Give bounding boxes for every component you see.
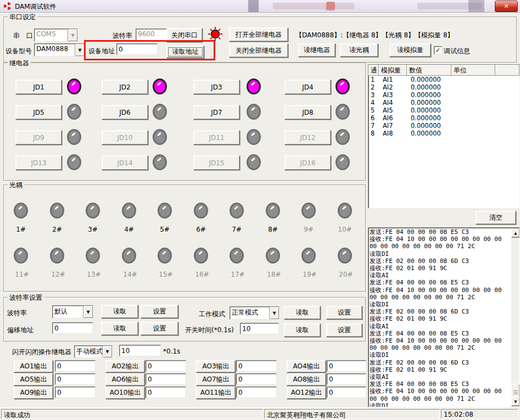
opto-led-5 [158, 203, 172, 219]
ao7-output-button[interactable]: AO7输出 [196, 373, 236, 386]
ao11-output-button[interactable]: AO11输出 [196, 387, 236, 399]
flash-mode-select[interactable]: 手动模式 ▼ [74, 345, 113, 358]
work-mode-select[interactable]: 正常模式 ▼ [230, 306, 279, 320]
switch-time-read-button[interactable]: 读取 [284, 323, 321, 337]
scroll-up-button[interactable]: ▲ [511, 228, 520, 238]
baud-set-button[interactable]: 设置 [141, 305, 178, 318]
relay-group-label: 继电器 [8, 59, 31, 68]
ao6-output-button[interactable]: AO6输出 [105, 373, 145, 386]
relay-led-jd14 [153, 154, 167, 170]
arrow-up-icon: ▲ [514, 231, 517, 236]
relay-button-jd5[interactable]: JD5 [15, 105, 62, 120]
ao3-output-input[interactable] [236, 360, 277, 372]
relay-button-jd1[interactable]: JD1 [15, 80, 62, 94]
opto-led-11 [14, 248, 28, 264]
ao12-output-button[interactable]: AO12输出 [287, 387, 326, 399]
app-logo-icon [3, 2, 12, 10]
ao1-output-button[interactable]: AO1输出 [14, 360, 53, 373]
column-header-analog[interactable]: 模拟量 [379, 65, 407, 76]
offset-set-button[interactable]: 设置 [141, 322, 178, 335]
table-row[interactable]: 7 AI7 0.000000 [368, 122, 519, 130]
open-all-relays-button[interactable]: 打开全部继电器 [229, 27, 288, 42]
chevron-down-icon: ▼ [83, 306, 93, 318]
column-header-blank[interactable] [495, 65, 519, 76]
relay-button-jd10: JD10 [102, 130, 148, 145]
table-row[interactable]: 6 AI6 0.000000 [368, 114, 519, 122]
ao12-output-input[interactable] [327, 387, 366, 398]
read-opto-button[interactable]: 读光耦 [340, 43, 378, 57]
baud-setting-label: 波特率 [7, 309, 27, 318]
model-select[interactable]: DAM0888 ▼ [34, 43, 85, 57]
column-header-unit[interactable]: 单位 [451, 65, 495, 76]
ao2-output-input[interactable] [146, 360, 186, 372]
offset-address-input[interactable] [52, 322, 93, 334]
opto-label-15: 15# [156, 271, 175, 278]
scroll-down-button[interactable]: ▼ [511, 397, 520, 406]
work-mode-read-button[interactable]: 读取 [284, 306, 321, 320]
debug-info-checkbox[interactable]: ✓ [434, 46, 442, 54]
ao6-output-input[interactable] [146, 373, 186, 385]
ao7-output-input[interactable] [236, 373, 277, 385]
opto-label-16: 16# [193, 271, 211, 278]
ao2-output-button[interactable]: AO2输出 [105, 360, 145, 373]
relay-button-jd8[interactable]: JD8 [284, 105, 331, 120]
read-analog-button[interactable]: 读模拟量 [389, 43, 431, 57]
baud-setting-select[interactable]: 默认 ▼ [52, 305, 93, 318]
baud-label: 波特率 [113, 31, 132, 41]
baud-read-button[interactable]: 读取 [101, 305, 138, 318]
device-info-text: 【DAM0888】:【继电器 8】【光耦 8】【模拟量 8】 [295, 31, 454, 40]
log-scrollbar[interactable]: ▲ ▼ [511, 228, 519, 406]
relay-led-jd8 [336, 104, 350, 120]
ao11-output-input[interactable] [236, 387, 277, 398]
status-company: 北京聚英翱翔电子有限公司 [264, 409, 440, 419]
comm-log-text: 发送:FE 04 00 00 00 08 E5 C3 接收:FE 04 10 0… [370, 228, 510, 407]
ao1-output-input[interactable] [55, 360, 96, 372]
screen-artifact [468, 0, 484, 12]
ao5-output-button[interactable]: AO5输出 [14, 373, 53, 386]
switch-time-set-button[interactable]: 设置 [326, 323, 362, 337]
ao9-output-input[interactable] [55, 387, 96, 398]
relay-button-jd3[interactable]: JD3 [193, 80, 240, 94]
table-row[interactable]: 2 AI2 0.000000 [368, 83, 519, 91]
title-bar: DAM调试软件 ✕ [0, 0, 520, 13]
column-header-channel[interactable]: 通 [368, 65, 379, 76]
ao10-output-input[interactable] [146, 387, 186, 398]
flash-time-input[interactable] [119, 345, 161, 356]
relay-button-jd11: JD11 [193, 130, 240, 145]
ao4-output-button[interactable]: AO4输出 [287, 360, 326, 373]
relay-button-jd4[interactable]: JD4 [284, 80, 331, 94]
relay-button-jd2[interactable]: JD2 [102, 80, 148, 94]
ao9-output-button[interactable]: AO9输出 [14, 387, 53, 399]
close-button[interactable]: ✕ [495, 1, 518, 12]
serial-status-led [208, 27, 222, 41]
table-row[interactable]: 3 AI3 0.000000 [368, 91, 519, 99]
relay-led-jd7 [247, 104, 261, 120]
relay-button-jd6[interactable]: JD6 [102, 105, 148, 120]
work-mode-set-button[interactable]: 设置 [326, 306, 362, 320]
opto-led-1 [14, 203, 28, 219]
column-header-value[interactable]: 数值 [407, 65, 451, 76]
ao5-output-input[interactable] [55, 373, 96, 385]
relay-button-jd9: JD9 [15, 130, 62, 145]
ao10-output-button[interactable]: AO10输出 [105, 387, 145, 399]
table-row[interactable]: 5 AI5 0.000000 [368, 107, 519, 114]
switch-time-input[interactable] [240, 323, 279, 334]
read-relay-button[interactable]: 读继电器 [298, 43, 336, 57]
table-row[interactable]: 1 AI1 0.000000 [368, 76, 519, 83]
relay-button-jd7[interactable]: JD7 [193, 105, 240, 120]
offset-read-button[interactable]: 读取 [101, 322, 138, 335]
opto-label-10: 10# [337, 226, 353, 233]
opto-led-10 [338, 203, 352, 219]
opto-label-12: 12# [49, 271, 68, 278]
relay-button-jd14: JD14 [102, 155, 148, 170]
table-row[interactable]: 4 AI4 0.000000 [368, 99, 519, 107]
ao8-output-input[interactable] [327, 373, 366, 385]
ao8-output-button[interactable]: AO8输出 [287, 373, 326, 386]
close-all-relays-button[interactable]: 关闭全部继电器 [229, 43, 288, 58]
ao3-output-button[interactable]: AO3输出 [196, 360, 236, 373]
opto-label-4: 4# [121, 226, 137, 233]
table-row[interactable]: 8 AI8 0.000000 [368, 130, 519, 137]
clear-log-button[interactable]: 清空 [476, 211, 516, 225]
comm-log[interactable]: 发送:FE 04 00 00 00 08 E5 C3 接收:FE 04 10 0… [368, 227, 520, 407]
ao4-output-input[interactable] [327, 360, 366, 372]
